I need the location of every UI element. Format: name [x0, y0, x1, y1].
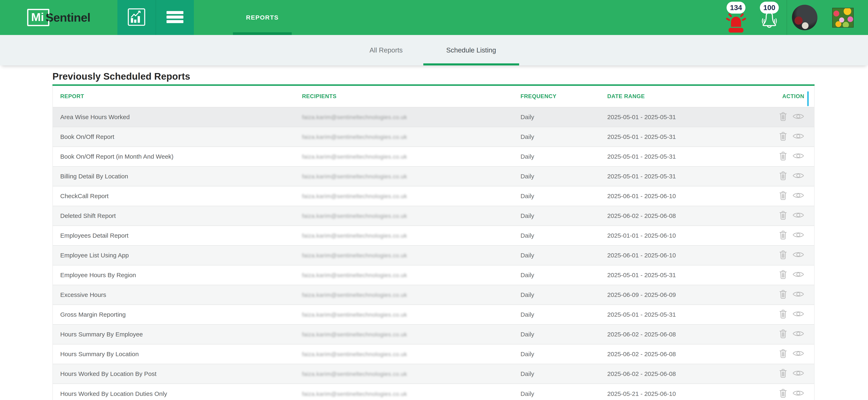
delete-schedule-button[interactable] [779, 131, 787, 141]
trash-icon [779, 131, 787, 141]
trash-icon [779, 289, 787, 299]
scheduled-reports-table: REPORT RECIPIENTS FREQUENCY DATE RANGE A… [53, 86, 814, 400]
report-name-cell: Employee List Using App [53, 246, 302, 265]
table-row: Book On/Off Report (in Month And Week) f… [53, 147, 814, 167]
row-actions [779, 112, 804, 121]
delete-schedule-button[interactable] [779, 191, 787, 200]
delete-schedule-button[interactable] [779, 348, 787, 358]
delete-schedule-button[interactable] [779, 329, 787, 339]
row-actions [779, 368, 804, 378]
table-row: Hours Summary By Employee faiza.karim@se… [53, 324, 814, 344]
recipient-email-redacted: faiza.karim@sentineltechnologies.co.uk [302, 114, 407, 120]
delete-schedule-button[interactable] [779, 250, 787, 259]
table-row: Excessive Hours faiza.karim@sentineltech… [53, 285, 814, 305]
action-cell [761, 127, 814, 147]
notification-count-badge: 100 [760, 2, 779, 13]
eye-icon [792, 152, 804, 160]
action-cell [761, 107, 814, 127]
table-header-row: REPORT RECIPIENTS FREQUENCY DATE RANGE A… [53, 86, 814, 107]
view-schedule-button[interactable] [792, 310, 804, 318]
table-row: Billing Detail By Location faiza.karim@s… [53, 167, 814, 186]
action-cell [761, 364, 814, 384]
active-nav-underline [233, 32, 292, 35]
dashboard-chart-button[interactable] [117, 0, 156, 35]
recipient-email-redacted: faiza.karim@sentineltechnologies.co.uk [302, 153, 407, 160]
title-underline-rule [53, 84, 814, 86]
recipients-cell: faiza.karim@sentineltechnologies.co.uk [302, 127, 520, 147]
delete-schedule-button[interactable] [779, 230, 787, 240]
eye-icon [792, 389, 804, 397]
action-cell [761, 324, 814, 344]
action-cell [761, 206, 814, 226]
view-schedule-button[interactable] [792, 270, 804, 278]
bar-chart-icon [127, 8, 146, 27]
row-actions [779, 269, 804, 279]
tab-schedule-listing[interactable]: Schedule Listing [423, 35, 519, 65]
view-schedule-button[interactable] [792, 389, 804, 397]
table-row: Hours Summary By Location faiza.karim@se… [53, 344, 814, 364]
table-row: Employees Detail Report faiza.karim@sent… [53, 226, 814, 246]
recipient-email-redacted: faiza.karim@sentineltechnologies.co.uk [302, 312, 407, 318]
eye-icon [792, 172, 804, 179]
view-schedule-button[interactable] [792, 350, 804, 357]
recipients-cell: faiza.karim@sentineltechnologies.co.uk [302, 305, 520, 324]
tab-all-reports[interactable]: All Reports [349, 35, 423, 65]
eye-icon [792, 310, 804, 318]
view-schedule-button[interactable] [792, 192, 804, 199]
delete-schedule-button[interactable] [779, 269, 787, 279]
recipients-cell: faiza.karim@sentineltechnologies.co.uk [302, 384, 520, 400]
delete-schedule-button[interactable] [779, 112, 787, 121]
row-actions [779, 348, 804, 358]
view-schedule-button[interactable] [792, 290, 804, 298]
view-schedule-button[interactable] [792, 330, 804, 338]
row-actions [779, 230, 804, 240]
delete-schedule-button[interactable] [779, 388, 787, 398]
view-schedule-button[interactable] [792, 211, 804, 219]
view-schedule-button[interactable] [792, 132, 804, 140]
delete-schedule-button[interactable] [779, 289, 787, 299]
eye-icon [792, 113, 804, 120]
trash-icon [779, 191, 787, 200]
view-schedule-button[interactable] [792, 172, 804, 179]
header-divider [786, 0, 787, 35]
column-header-action: ACTION [761, 86, 814, 107]
row-actions [779, 191, 804, 200]
table-row: Employee List Using App faiza.karim@sent… [53, 246, 814, 265]
secondary-avatar[interactable] [832, 8, 854, 28]
brand-area[interactable]: Mi Sentinel [0, 0, 117, 35]
nav-item-reports[interactable]: REPORTS [233, 0, 292, 35]
date-range-cell: 2025-05-01 - 2025-05-31 [607, 265, 761, 285]
view-schedule-button[interactable] [792, 251, 804, 258]
recipient-email-redacted: faiza.karim@sentineltechnologies.co.uk [302, 331, 407, 338]
date-range-cell: 2025-06-02 - 2025-06-08 [607, 324, 761, 344]
action-cell [761, 246, 814, 265]
logo-sentinel-text: Sentinel [45, 11, 90, 24]
trash-icon [779, 112, 787, 121]
delete-schedule-button[interactable] [779, 368, 787, 378]
delete-schedule-button[interactable] [779, 151, 787, 161]
delete-schedule-button[interactable] [779, 210, 787, 220]
user-avatar[interactable] [792, 5, 817, 30]
recipient-email-redacted: faiza.karim@sentineltechnologies.co.uk [302, 232, 407, 239]
frequency-cell: Daily [520, 226, 607, 246]
scrollbar-thumb[interactable] [807, 91, 809, 106]
date-range-cell: 2025-01-01 - 2025-06-10 [607, 226, 761, 246]
frequency-cell: Daily [520, 246, 607, 265]
view-schedule-button[interactable] [792, 113, 804, 120]
date-range-cell: 2025-06-02 - 2025-06-08 [607, 364, 761, 384]
main-menu-button[interactable] [156, 0, 194, 35]
view-schedule-button[interactable] [792, 369, 804, 377]
report-name-cell: Deleted Shift Report [53, 206, 302, 226]
delete-schedule-button[interactable] [779, 309, 787, 319]
recipients-cell: faiza.karim@sentineltechnologies.co.uk [302, 186, 520, 206]
trash-icon [779, 210, 787, 220]
active-tab-underline [423, 63, 519, 65]
recipient-email-redacted: faiza.karim@sentineltechnologies.co.uk [302, 371, 407, 377]
recipient-email-redacted: faiza.karim@sentineltechnologies.co.uk [302, 193, 407, 199]
delete-schedule-button[interactable] [779, 171, 787, 180]
date-range-cell: 2025-05-01 - 2025-05-31 [607, 147, 761, 167]
report-name-cell: Billing Detail By Location [53, 167, 302, 186]
view-schedule-button[interactable] [792, 152, 804, 160]
view-schedule-button[interactable] [792, 231, 804, 239]
notifications-button[interactable] [758, 11, 780, 33]
